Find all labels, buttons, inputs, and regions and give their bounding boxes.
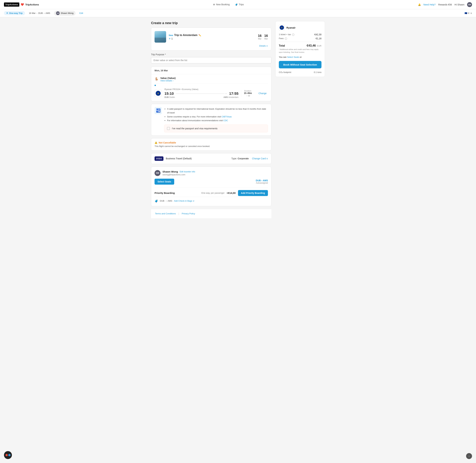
airport-labels: DUB Dublin AMS Amsterdam bbox=[165, 96, 238, 98]
flight-class-row: 🪑 Value (Value) View Details › bbox=[151, 74, 271, 83]
info-item-2: Some countries require a visa. For more … bbox=[167, 115, 268, 119]
add-priority-button[interactable]: Add Priority Boarding bbox=[238, 190, 268, 196]
user-avatar[interactable]: SW bbox=[467, 2, 472, 7]
trip-date: 16 Mar bbox=[29, 12, 36, 14]
traveler-info: Shawn Wong Edit traveler info swong@trip… bbox=[163, 170, 268, 176]
trip-dest: AMS bbox=[46, 12, 50, 14]
total-row: Total €43,46 EUR bbox=[279, 44, 321, 47]
sidebar-airline-icon: R bbox=[279, 25, 285, 31]
trip-date-to: 16 Mar bbox=[264, 34, 268, 40]
trip-date-to-month: Mar bbox=[264, 38, 268, 40]
svg-text:R: R bbox=[157, 93, 159, 94]
edit-traveler-link[interactable]: Edit traveler info bbox=[180, 170, 195, 173]
sidebar-airline-header: R Ryanair bbox=[279, 25, 321, 31]
total-price-wrap: €43,46 EUR bbox=[307, 44, 321, 47]
currency-selector[interactable]: 🇪🇺 € ∨ bbox=[465, 12, 472, 14]
passport-checkbox[interactable] bbox=[167, 127, 170, 130]
select-seats-link[interactable]: Select Seats bbox=[287, 56, 299, 58]
footer-separator: | bbox=[179, 212, 179, 215]
trip-date-from-month: Mar bbox=[258, 38, 262, 40]
chevron-down-card-icon: ∨ bbox=[266, 157, 268, 160]
page-title: Create a new trip bbox=[151, 21, 271, 25]
logo-wrap: TripActions ❤️ TripActions bbox=[4, 2, 39, 7]
trip-purpose-label: Trip Purpose * bbox=[151, 53, 271, 56]
traveler-name-row: Shawn Wong Edit traveler info bbox=[163, 170, 268, 173]
select-seats-button[interactable]: Select Seats bbox=[155, 179, 174, 185]
sidebar-airline-name: Ryanair bbox=[286, 26, 295, 29]
view-details-link[interactable]: View Details › bbox=[160, 80, 176, 82]
warning-icon: ⚠️ bbox=[155, 141, 157, 144]
priority-meta: One-way, per passenger bbox=[201, 192, 225, 194]
add-bags-link[interactable]: Add Check-in Bags ∨ bbox=[174, 200, 194, 202]
rewards-label[interactable]: Rewards €56 bbox=[438, 3, 452, 6]
trip-meta-dates: 16 Mar 16 Mar bbox=[258, 34, 268, 40]
total-price: €43,46 bbox=[307, 44, 316, 47]
change-card-button[interactable]: Change Card ∨ bbox=[252, 157, 268, 160]
arrive-code: AMS bbox=[223, 96, 228, 98]
passport-checkbox-row: I've read the passport and visa requirem… bbox=[164, 125, 268, 133]
warning-text: This flight cannot be exchanged or cance… bbox=[155, 145, 268, 147]
cdc-link[interactable]: CDC bbox=[223, 119, 228, 122]
fees-price: €1,16 bbox=[316, 37, 321, 40]
ticket-price-row: 1 ticket + tax i €42,30 bbox=[279, 33, 321, 36]
traveler-pill[interactable]: SW Shawn Wong bbox=[54, 11, 75, 16]
info-list: A valid passport is required for interna… bbox=[164, 107, 268, 123]
fees-info-icon[interactable]: i bbox=[285, 37, 287, 40]
new-booking-label: New Booking bbox=[216, 3, 230, 6]
seat-class-icon: 🪑 bbox=[155, 77, 159, 81]
duration-box: Duration: 1h 45m → 🍽 bbox=[241, 90, 255, 97]
trip-card: New Trip to Amsterdam ✏️ ✈ 1 16 Mar bbox=[151, 27, 271, 51]
ticket-info-icon[interactable]: i bbox=[292, 34, 294, 36]
trip-date-to-num: 16 bbox=[264, 34, 268, 38]
traveler-name-sub: Shawn Wong bbox=[61, 12, 73, 14]
plane-icon-small: ✈ bbox=[169, 37, 171, 40]
warning-title: ⚠️ Not Cancellable bbox=[155, 141, 268, 144]
right-sidebar: R Ryanair 1 ticket + tax i €42,30 Fees i… bbox=[275, 21, 325, 218]
subheader-edit-link[interactable]: Edit bbox=[80, 12, 83, 14]
flight-details: Ryanair FR3104 • Economy (Value) 15:10 → bbox=[165, 88, 238, 98]
depart-info: 15:10 bbox=[165, 91, 174, 96]
bell-icon[interactable]: 🔔 bbox=[418, 3, 421, 6]
seat-arrow-icon: › bbox=[261, 179, 263, 182]
privacy-link[interactable]: Privacy Policy bbox=[182, 212, 195, 215]
sidebar-note: * Additional airline and credit card fee… bbox=[279, 48, 321, 53]
change-flight-button[interactable]: Change bbox=[257, 92, 268, 95]
logo-heart-icon: ❤️ bbox=[21, 3, 24, 6]
info-item-3: For information about immunization recom… bbox=[167, 119, 268, 122]
select-seats-prefix: You can bbox=[279, 56, 287, 58]
traveler-header: SW Shawn Wong Edit traveler info swong@t… bbox=[155, 170, 268, 176]
priority-label: Priority Boarding bbox=[155, 192, 201, 194]
duration-icons: → 🍽 bbox=[244, 95, 252, 97]
trip-type-pill[interactable]: ✈ One-way Trip bbox=[4, 11, 25, 15]
warning-box: ⚠️ Not Cancellable This flight cannot be… bbox=[151, 138, 271, 151]
trip-thumb-bridge bbox=[155, 38, 166, 43]
ticket-label-text: 1 ticket + tax bbox=[279, 33, 291, 36]
trip-card-header: New Trip to Amsterdam ✏️ ✈ 1 16 Mar bbox=[155, 31, 268, 43]
bags-row: 🧳 DUB → AMS Add Check-in Bags ∨ bbox=[155, 197, 268, 203]
brand-name: TripActions bbox=[25, 3, 39, 6]
terms-link[interactable]: Terms and Conditions bbox=[155, 212, 176, 215]
fees-label: Fees i bbox=[279, 37, 287, 40]
co2-label-text: CO₂ footprint bbox=[279, 71, 291, 73]
plus-icon: ⊕ bbox=[213, 3, 215, 6]
nav-right: 🔔 Need Help? Rewards €56 Hi Shawn SW bbox=[418, 2, 472, 7]
co2-label: CO₂ footprint bbox=[279, 71, 291, 73]
cibt-link[interactable]: CIBTVisas bbox=[221, 116, 232, 118]
edit-trip-icon[interactable]: ✏️ bbox=[199, 34, 201, 36]
duration-label: Duration: bbox=[244, 90, 252, 92]
trips-label: Trips bbox=[239, 3, 244, 6]
arrive-time: 17:55 bbox=[229, 91, 238, 96]
trips-icon: 🧳 bbox=[235, 3, 238, 6]
book-without-seat-button[interactable]: Book Without Seat Selection bbox=[279, 61, 321, 68]
details-link[interactable]: Details ∧ bbox=[259, 45, 268, 47]
trip-type-label: One-way Trip bbox=[9, 12, 23, 14]
arrive-airport: AMS Amsterdam bbox=[223, 96, 238, 98]
need-help-link[interactable]: Need Help? bbox=[423, 3, 436, 6]
nav-new-booking[interactable]: ⊕ New Booking bbox=[213, 3, 230, 6]
trip-purpose-input[interactable] bbox=[151, 57, 271, 63]
passport-icon: 🛂 bbox=[155, 107, 162, 114]
flight-airline-info: Ryanair FR3104 • Economy (Value) bbox=[165, 88, 238, 90]
nav-trips[interactable]: 🧳 Trips bbox=[235, 3, 244, 6]
arrow-right-icon: → bbox=[224, 92, 227, 95]
co2-row: CO₂ footprint 0.1 tons bbox=[279, 71, 321, 73]
